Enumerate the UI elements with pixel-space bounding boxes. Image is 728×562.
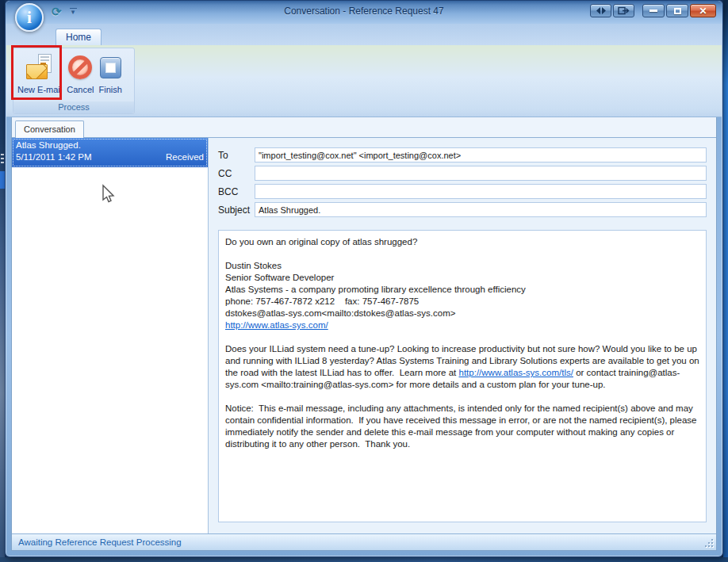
to-input[interactable]	[255, 147, 707, 162]
subject-input[interactable]	[255, 202, 707, 217]
tab-home[interactable]: Home	[56, 29, 102, 45]
resize-grip[interactable]	[703, 537, 715, 549]
close-button[interactable]: ✕	[690, 4, 716, 17]
minimize-icon	[649, 10, 657, 12]
cancel-button[interactable]: Cancel	[64, 50, 96, 96]
cancel-icon	[68, 55, 92, 79]
bcc-input[interactable]	[255, 184, 707, 199]
body-line: Notice: This e-mail message, including a…	[225, 403, 699, 450]
body-text: Senior Software Developer	[225, 273, 334, 282]
client-area: Conversation Atlas Shrugged. 5/11/2011 1…	[11, 117, 717, 551]
mouse-cursor	[100, 184, 116, 205]
subject-label: Subject	[218, 205, 255, 216]
ribbon-tab-row: Home	[6, 24, 722, 45]
restore-icon	[674, 8, 681, 14]
close-icon: ✕	[699, 6, 707, 17]
conversation-tab-row: Conversation	[12, 117, 716, 137]
body-line	[225, 331, 699, 343]
body-text: Atlas Systems - a company promoting libr…	[225, 285, 526, 294]
message-body[interactable]: Do you own an original copy of atlas shr…	[218, 230, 707, 522]
tab-conversation[interactable]: Conversation	[15, 120, 84, 138]
list-item-status: Received	[166, 152, 204, 162]
info-orb-icon[interactable]: i	[15, 3, 44, 32]
field-row-subject: Subject	[218, 202, 707, 217]
minimize-button[interactable]	[642, 4, 665, 17]
body-text: dstokes@atlas-sys.com<mailto:dstokes@atl…	[225, 308, 456, 318]
status-text: Awaiting Reference Request Processing	[12, 537, 182, 547]
list-item-title: Atlas Shrugged.	[16, 140, 204, 150]
body-line: Dustin Stokes	[225, 260, 699, 272]
quick-access-toolbar: ⟳	[52, 6, 79, 18]
body-line	[225, 248, 699, 260]
body-link[interactable]: http://www.atlas-sys.com/tls/	[459, 368, 573, 377]
ribbon: New E-mail Cancel Finish Process	[6, 45, 722, 117]
bcc-label: BCC	[218, 186, 255, 197]
field-row-bcc: BCC	[218, 184, 707, 199]
body-line: Does your ILLiad system need a tune-up? …	[225, 343, 699, 391]
body-text: Do you own an original copy of atlas shr…	[225, 237, 417, 247]
nav-arrows-icon	[596, 7, 607, 14]
body-line: http://www.atlas-sys.com/	[225, 319, 699, 331]
nav-arrows-button[interactable]	[590, 4, 611, 17]
body-line: phone: 757-467-7872 x212 fax: 757-467-78…	[225, 296, 699, 308]
sync-icon[interactable]: ⟳	[52, 6, 62, 18]
annotation-highlight-box	[11, 45, 62, 100]
body-line: dstokes@atlas-sys.com<mailto:dstokes@atl…	[225, 308, 699, 319]
background-decoration	[1, 162, 4, 163]
list-item[interactable]: Atlas Shrugged. 5/11/2011 1:42 PM Receiv…	[12, 138, 208, 167]
conversation-window: Conversation - Reference Request 47 i ⟳ …	[5, 0, 723, 557]
group-label-process: Process	[13, 101, 134, 113]
body-text: Dustin Stokes	[225, 261, 282, 270]
body-text: Notice: This e-mail message, including a…	[225, 403, 699, 449]
finish-icon	[100, 57, 121, 78]
dropdown-arrow-icon[interactable]	[68, 6, 79, 17]
body-line	[225, 391, 699, 403]
field-row-cc: CC	[218, 166, 707, 181]
cancel-label: Cancel	[67, 85, 94, 94]
field-row-to: To	[218, 147, 707, 162]
background-decoration	[1, 154, 4, 155]
restore-button[interactable]	[666, 4, 688, 17]
detach-window-button[interactable]	[613, 4, 634, 17]
cc-label: CC	[218, 168, 255, 179]
body-line: Senior Software Developer	[225, 272, 699, 284]
background-window-right-sliver	[723, 0, 728, 562]
body-line: Atlas Systems - a company promoting libr…	[225, 284, 699, 296]
finish-button[interactable]: Finish	[96, 50, 124, 96]
cc-input[interactable]	[255, 166, 707, 181]
background-decoration	[1, 158, 4, 159]
body-link[interactable]: http://www.atlas-sys.com/	[225, 320, 328, 330]
to-label: To	[218, 150, 255, 161]
detach-window-icon	[618, 6, 630, 15]
background-window-bottom-sliver	[0, 557, 728, 562]
email-detail-pane: To CC BCC Subject Do you own an original…	[209, 138, 716, 533]
body-text: phone: 757-467-7872 x212 fax: 757-467-78…	[225, 296, 419, 306]
list-item-timestamp: 5/11/2011 1:42 PM	[16, 152, 91, 162]
finish-label: Finish	[98, 85, 121, 94]
status-bar: Awaiting Reference Request Processing	[12, 533, 716, 550]
body-line: Do you own an original copy of atlas shr…	[225, 236, 699, 248]
window-buttons: ✕	[588, 4, 716, 17]
